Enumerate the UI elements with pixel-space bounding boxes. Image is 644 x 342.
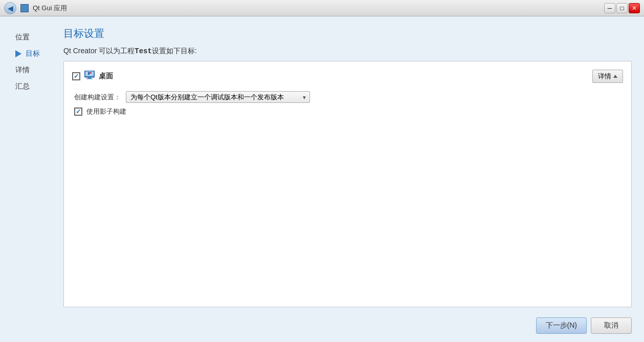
build-settings-label: 创建构建设置： [74, 93, 121, 102]
window-body: 位置 目标 详情 汇总 目标设置 Qt Creator 可以为工程Test设置如… [0, 16, 644, 342]
description: Qt Creator 可以为工程Test设置如下目标: [63, 47, 632, 56]
shadow-build-row: 使用影子构建 [74, 107, 623, 116]
description-prefix: Qt Creator 可以为工程 [63, 47, 135, 55]
shadow-build-checkbox[interactable] [74, 108, 82, 116]
sidebar-item-label-target: 目标 [26, 49, 40, 58]
sidebar-arrow-icon [15, 50, 23, 57]
svg-rect-5 [90, 72, 92, 74]
sidebar: 位置 目标 详情 汇总 [12, 27, 63, 307]
details-btn-arrow-icon [613, 75, 617, 78]
titlebar-left: ◀ Qt Gui 应用 [4, 2, 67, 14]
build-settings-row: 创建构建设置： 为每个Qt版本分别建立一个调试版本和一个发布版本 [74, 91, 623, 103]
target-item-desktop: 桌面 详情 [72, 70, 623, 83]
sidebar-item-label-location: 位置 [15, 33, 30, 42]
main-area: 位置 目标 详情 汇总 目标设置 Qt Creator 可以为工程Test设置如… [12, 27, 632, 307]
window-icon [20, 4, 29, 12]
minimize-button[interactable]: ─ [604, 3, 615, 13]
sidebar-item-summary[interactable]: 汇总 [12, 80, 63, 93]
desktop-icon [84, 71, 95, 82]
build-settings-section: 创建构建设置： 为每个Qt版本分别建立一个调试版本和一个发布版本 使用影子构建 [72, 91, 623, 116]
project-name: Test [135, 47, 152, 55]
desktop-checkbox[interactable] [72, 72, 80, 80]
sidebar-item-label-details: 详情 [15, 66, 30, 75]
shadow-build-label: 使用影子构建 [86, 107, 126, 116]
titlebar-title: Qt Gui 应用 [33, 4, 67, 13]
maximize-button[interactable]: □ [616, 3, 628, 13]
sidebar-item-location[interactable]: 位置 [12, 31, 63, 44]
svg-rect-3 [86, 78, 93, 79]
sidebar-item-details[interactable]: 详情 [12, 63, 63, 77]
target-label-desktop: 桌面 [99, 72, 113, 81]
build-settings-select[interactable]: 为每个Qt版本分别建立一个调试版本和一个发布版本 [126, 91, 310, 103]
bottom-bar: 下一步(N) 取消 [12, 313, 632, 334]
cancel-button[interactable]: 取消 [591, 317, 632, 334]
description-suffix: 设置如下目标: [152, 47, 197, 55]
close-button[interactable]: ✕ [629, 3, 640, 13]
details-button-label: 详情 [598, 72, 611, 81]
content-area: 目标设置 Qt Creator 可以为工程Test设置如下目标: [63, 27, 632, 307]
page-title: 目标设置 [63, 27, 632, 40]
next-button[interactable]: 下一步(N) [536, 317, 587, 334]
targets-panel: 桌面 详情 创建构建设置： 为每个Qt版本分别建立一个调试版本和一个发布版本 [63, 61, 632, 307]
titlebar-controls: ─ □ ✕ [604, 3, 640, 13]
sidebar-item-label-summary: 汇总 [15, 82, 30, 91]
target-item-left: 桌面 [72, 71, 113, 82]
titlebar: ◀ Qt Gui 应用 ─ □ ✕ [0, 0, 644, 16]
sidebar-item-target[interactable]: 目标 [12, 47, 63, 60]
svg-rect-2 [88, 77, 91, 78]
details-button[interactable]: 详情 [592, 70, 623, 83]
svg-rect-4 [88, 72, 90, 75]
back-button[interactable]: ◀ [4, 2, 16, 14]
build-settings-select-wrapper: 为每个Qt版本分别建立一个调试版本和一个发布版本 [126, 91, 310, 103]
